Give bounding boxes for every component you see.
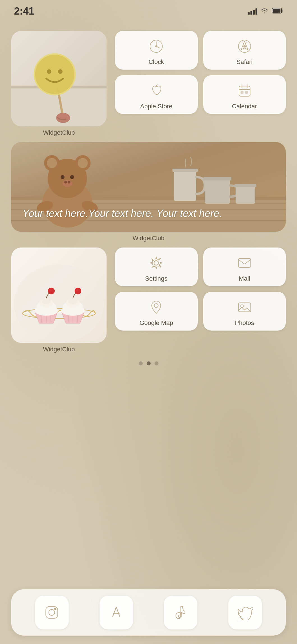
row-3: WidgetClub	[11, 247, 286, 353]
tiktok-dock-icon[interactable]	[164, 596, 197, 629]
widgetclub-3-label: WidgetClub	[11, 346, 107, 353]
svg-point-54	[14, 264, 104, 343]
svg-point-9	[58, 69, 63, 74]
svg-point-8	[47, 69, 51, 74]
widgetclub-wide-widget[interactable]: Your text here.Your text here. Your text…	[11, 142, 286, 232]
svg-rect-24	[241, 91, 243, 93]
safari-app[interactable]: Safari	[203, 31, 286, 70]
widgetclub-1-widget[interactable]	[11, 31, 107, 126]
mail-label: Mail	[239, 275, 250, 282]
status-icons	[248, 7, 283, 15]
widgetclub-1-photo	[11, 31, 107, 126]
clock-icon	[146, 36, 166, 56]
svg-point-83	[49, 609, 55, 615]
svg-point-76	[154, 261, 158, 265]
calendar-label: Calendar	[232, 103, 257, 110]
mail-icon	[235, 253, 254, 273]
clock-app[interactable]: Clock	[115, 31, 198, 70]
apple-icon	[146, 81, 166, 100]
photos-app[interactable]: Photos	[203, 292, 286, 331]
page-dot-3[interactable]	[155, 361, 158, 365]
svg-rect-20	[239, 86, 250, 96]
wide-widget-text: Your text here.Your text here. Your text…	[22, 207, 275, 221]
map-pin-icon	[146, 297, 166, 317]
calendar-icon	[235, 81, 254, 100]
googlemap-app[interactable]: Google Map	[115, 292, 198, 331]
svg-point-7	[35, 55, 74, 94]
mail-app[interactable]: Mail	[203, 247, 286, 286]
app-grid-top-right: Clock Safari	[115, 31, 286, 114]
svg-point-65	[49, 289, 52, 291]
instagram-dock-icon[interactable]	[35, 596, 69, 629]
svg-point-72	[68, 297, 77, 304]
svg-point-14	[156, 46, 157, 47]
widgetclub-3-container: WidgetClub	[11, 247, 107, 353]
appstore-dock-icon[interactable]	[100, 596, 133, 629]
battery-icon	[272, 7, 283, 15]
widgetclub-1-container: WidgetClub	[11, 31, 107, 136]
apple-store-app[interactable]: Apple Store	[115, 75, 198, 114]
svg-point-73	[75, 288, 81, 294]
wifi-icon	[261, 7, 268, 15]
calendar-app[interactable]: Calendar	[203, 75, 286, 114]
home-screen: WidgetClub Clock	[0, 22, 297, 588]
row-1: WidgetClub Clock	[11, 31, 286, 136]
safari-icon	[235, 36, 254, 56]
safari-label: Safari	[236, 58, 252, 66]
dock	[11, 589, 286, 636]
page-dot-2[interactable]	[147, 361, 151, 365]
status-time: 2:41	[14, 5, 34, 17]
apple-store-label: Apple Store	[140, 103, 172, 110]
photos-label: Photos	[235, 319, 254, 327]
svg-point-74	[76, 289, 78, 291]
svg-rect-78	[238, 258, 251, 267]
svg-point-77	[152, 259, 160, 267]
wide-widget-container: Your text here.Your text here. Your text…	[11, 142, 286, 242]
widgetclub-3-photo	[11, 247, 107, 343]
status-bar: 2:41	[0, 0, 297, 22]
svg-point-64	[48, 288, 55, 294]
page-dot-1[interactable]	[139, 361, 143, 365]
twitter-dock-icon[interactable]	[228, 596, 262, 629]
settings-icon	[146, 253, 166, 273]
svg-point-79	[154, 304, 158, 308]
settings-app[interactable]: Settings	[115, 247, 198, 286]
svg-point-63	[42, 297, 51, 304]
googlemap-label: Google Map	[139, 319, 173, 327]
widgetclub-1-label: WidgetClub	[11, 129, 107, 136]
svg-rect-1	[273, 9, 280, 13]
page-indicators	[11, 361, 286, 365]
clock-label: Clock	[149, 58, 164, 66]
settings-label: Settings	[145, 275, 168, 282]
widgetclub-3-widget[interactable]	[11, 247, 107, 343]
app-grid-bottom-right: Settings Mail	[115, 247, 286, 331]
svg-point-84	[54, 608, 56, 610]
photos-icon	[235, 297, 254, 317]
svg-point-81	[241, 305, 243, 308]
svg-rect-25	[245, 91, 248, 93]
signal-icon	[248, 8, 257, 15]
widgetclub-wide-label: WidgetClub	[11, 235, 286, 242]
svg-rect-80	[238, 303, 251, 312]
